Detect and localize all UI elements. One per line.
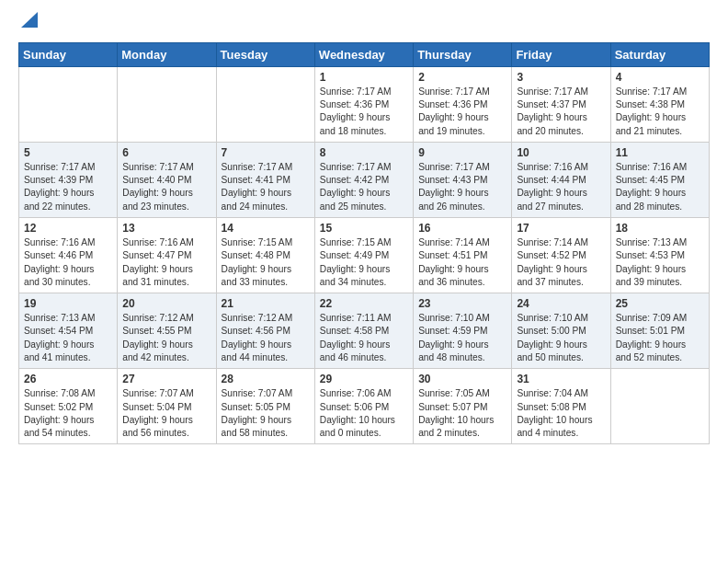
week-row-2: 5Sunrise: 7:17 AM Sunset: 4:39 PM Daylig… [19,142,710,217]
day-number: 9 [418,146,506,159]
day-number: 18 [616,222,704,235]
day-info: Sunrise: 7:14 AM Sunset: 4:51 PM Dayligh… [418,236,506,289]
day-number: 28 [222,373,310,385]
day-cell: 13Sunrise: 7:16 AM Sunset: 4:47 PM Dayli… [118,218,216,293]
day-cell: 9Sunrise: 7:17 AM Sunset: 4:43 PM Daylig… [414,142,512,217]
day-number: 2 [418,71,506,84]
day-cell: 28Sunrise: 7:07 AM Sunset: 5:05 PM Dayli… [216,369,314,444]
day-cell: 22Sunrise: 7:11 AM Sunset: 4:58 PM Dayli… [314,293,413,369]
day-cell [610,369,709,444]
day-cell: 2Sunrise: 7:17 AM Sunset: 4:36 PM Daylig… [414,66,512,142]
day-cell: 27Sunrise: 7:07 AM Sunset: 5:04 PM Dayli… [118,369,216,444]
day-number: 22 [320,297,408,310]
day-info: Sunrise: 7:07 AM Sunset: 5:04 PM Dayligh… [122,387,210,440]
day-number: 11 [616,146,704,159]
day-number: 21 [222,297,310,310]
day-cell: 10Sunrise: 7:16 AM Sunset: 4:44 PM Dayli… [512,142,610,217]
day-cell: 5Sunrise: 7:17 AM Sunset: 4:39 PM Daylig… [19,142,118,217]
day-cell: 4Sunrise: 7:17 AM Sunset: 4:38 PM Daylig… [610,66,709,142]
day-cell: 7Sunrise: 7:17 AM Sunset: 4:41 PM Daylig… [216,142,314,217]
day-info: Sunrise: 7:13 AM Sunset: 4:54 PM Dayligh… [24,312,112,364]
day-number: 31 [517,373,605,385]
day-info: Sunrise: 7:09 AM Sunset: 5:01 PM Dayligh… [616,312,704,364]
day-info: Sunrise: 7:16 AM Sunset: 4:46 PM Dayligh… [24,236,112,289]
day-info: Sunrise: 7:15 AM Sunset: 4:49 PM Dayligh… [320,236,408,289]
week-row-1: 1Sunrise: 7:17 AM Sunset: 4:36 PM Daylig… [19,66,710,142]
day-number: 27 [122,373,210,385]
weekday-header-friday: Friday [512,42,610,66]
day-cell: 16Sunrise: 7:14 AM Sunset: 4:51 PM Dayli… [414,218,512,293]
day-number: 23 [418,297,506,310]
day-number: 3 [517,71,605,84]
day-number: 1 [320,71,408,84]
day-cell: 25Sunrise: 7:09 AM Sunset: 5:01 PM Dayli… [610,293,709,369]
day-info: Sunrise: 7:11 AM Sunset: 4:58 PM Dayligh… [320,312,408,364]
day-number: 12 [24,222,112,235]
day-cell: 8Sunrise: 7:17 AM Sunset: 4:42 PM Daylig… [314,142,413,217]
day-cell: 1Sunrise: 7:17 AM Sunset: 4:36 PM Daylig… [314,66,413,142]
day-number: 5 [24,146,112,159]
logo [18,15,38,33]
day-info: Sunrise: 7:14 AM Sunset: 4:52 PM Dayligh… [517,236,605,289]
day-info: Sunrise: 7:17 AM Sunset: 4:39 PM Dayligh… [24,161,112,213]
day-number: 29 [320,373,408,385]
calendar-table: SundayMondayTuesdayWednesdayThursdayFrid… [18,42,710,445]
weekday-header-tuesday: Tuesday [216,42,314,66]
day-number: 10 [517,146,605,159]
day-info: Sunrise: 7:17 AM Sunset: 4:36 PM Dayligh… [320,86,408,138]
day-info: Sunrise: 7:04 AM Sunset: 5:08 PM Dayligh… [517,387,605,440]
weekday-header-thursday: Thursday [414,42,512,66]
day-number: 8 [320,146,408,159]
day-info: Sunrise: 7:17 AM Sunset: 4:43 PM Dayligh… [418,161,506,213]
day-info: Sunrise: 7:05 AM Sunset: 5:07 PM Dayligh… [418,387,506,440]
day-info: Sunrise: 7:17 AM Sunset: 4:41 PM Dayligh… [222,161,310,213]
day-cell: 14Sunrise: 7:15 AM Sunset: 4:48 PM Dayli… [216,218,314,293]
day-number: 14 [222,222,310,235]
day-cell: 21Sunrise: 7:12 AM Sunset: 4:56 PM Dayli… [216,293,314,369]
day-info: Sunrise: 7:16 AM Sunset: 4:44 PM Dayligh… [517,161,605,213]
day-cell [19,66,118,142]
day-info: Sunrise: 7:17 AM Sunset: 4:36 PM Dayligh… [418,86,506,138]
weekday-header-wednesday: Wednesday [314,42,413,66]
day-number: 24 [517,297,605,310]
day-cell: 19Sunrise: 7:13 AM Sunset: 4:54 PM Dayli… [19,293,118,369]
day-info: Sunrise: 7:10 AM Sunset: 5:00 PM Dayligh… [517,312,605,364]
day-number: 15 [320,222,408,235]
day-info: Sunrise: 7:06 AM Sunset: 5:06 PM Dayligh… [320,387,408,440]
day-cell: 18Sunrise: 7:13 AM Sunset: 4:53 PM Dayli… [610,218,709,293]
weekday-header-sunday: Sunday [19,42,118,66]
day-info: Sunrise: 7:13 AM Sunset: 4:53 PM Dayligh… [616,236,704,289]
day-number: 20 [122,297,210,310]
svg-marker-0 [21,12,38,28]
day-cell: 23Sunrise: 7:10 AM Sunset: 4:59 PM Dayli… [414,293,512,369]
logo-icon [21,7,38,28]
day-number: 4 [616,71,704,84]
day-number: 26 [24,373,112,385]
weekday-header-monday: Monday [118,42,216,66]
day-cell: 26Sunrise: 7:08 AM Sunset: 5:02 PM Dayli… [19,369,118,444]
day-number: 30 [418,373,506,385]
week-row-3: 12Sunrise: 7:16 AM Sunset: 4:46 PM Dayli… [19,218,710,293]
day-cell [118,66,216,142]
day-number: 7 [222,146,310,159]
day-info: Sunrise: 7:12 AM Sunset: 4:56 PM Dayligh… [222,312,310,364]
week-row-4: 19Sunrise: 7:13 AM Sunset: 4:54 PM Dayli… [19,293,710,369]
day-cell: 31Sunrise: 7:04 AM Sunset: 5:08 PM Dayli… [512,369,610,444]
day-cell: 12Sunrise: 7:16 AM Sunset: 4:46 PM Dayli… [19,218,118,293]
day-cell: 11Sunrise: 7:16 AM Sunset: 4:45 PM Dayli… [610,142,709,217]
day-info: Sunrise: 7:17 AM Sunset: 4:37 PM Dayligh… [517,86,605,138]
day-cell: 15Sunrise: 7:15 AM Sunset: 4:49 PM Dayli… [314,218,413,293]
day-number: 6 [122,146,210,159]
weekday-header-saturday: Saturday [610,42,709,66]
day-info: Sunrise: 7:17 AM Sunset: 4:40 PM Dayligh… [122,161,210,213]
day-cell: 24Sunrise: 7:10 AM Sunset: 5:00 PM Dayli… [512,293,610,369]
day-cell: 20Sunrise: 7:12 AM Sunset: 4:55 PM Dayli… [118,293,216,369]
day-cell: 17Sunrise: 7:14 AM Sunset: 4:52 PM Dayli… [512,218,610,293]
day-cell [216,66,314,142]
week-row-5: 26Sunrise: 7:08 AM Sunset: 5:02 PM Dayli… [19,369,710,444]
day-number: 16 [418,222,506,235]
day-info: Sunrise: 7:12 AM Sunset: 4:55 PM Dayligh… [122,312,210,364]
day-number: 19 [24,297,112,310]
day-cell: 29Sunrise: 7:06 AM Sunset: 5:06 PM Dayli… [314,369,413,444]
day-info: Sunrise: 7:15 AM Sunset: 4:48 PM Dayligh… [222,236,310,289]
